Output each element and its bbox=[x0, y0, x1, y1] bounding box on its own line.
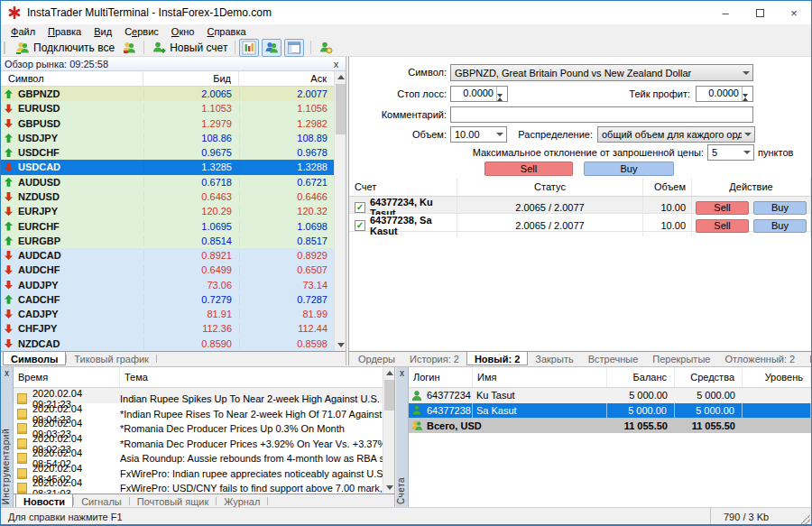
minimize-button[interactable]: – bbox=[708, 1, 743, 24]
orders-tab-4[interactable]: Закрыть bbox=[528, 352, 580, 365]
market-row-EURGBP[interactable]: EURGBP0.85140.8517 bbox=[1, 234, 335, 248]
menu-item-Окно[interactable]: Окно bbox=[165, 26, 201, 37]
column-equity[interactable]: Средства bbox=[675, 367, 743, 387]
toolbox-tab-3[interactable]: Почтовый ящик bbox=[130, 494, 216, 508]
account-settings-button[interactable] bbox=[315, 40, 337, 56]
toolbox-tab-4[interactable]: Журнал bbox=[217, 494, 267, 508]
accounts-close-icon[interactable]: x bbox=[396, 368, 408, 380]
menu-item-Сервис[interactable]: Сервис bbox=[118, 26, 165, 37]
market-row-NZDCAD[interactable]: NZDCAD0.85900.8598 bbox=[1, 337, 335, 351]
sell-button[interactable]: Sell bbox=[484, 161, 573, 176]
row-sell-button[interactable]: Sell bbox=[696, 219, 749, 233]
toolbox-tab-2[interactable]: Сигналы bbox=[74, 494, 129, 508]
stop-loss-spinner[interactable]: 0.0000 bbox=[450, 86, 508, 102]
column-topic[interactable]: Тема bbox=[120, 367, 383, 387]
row-buy-button[interactable]: Buy bbox=[753, 201, 807, 215]
resize-grip[interactable] bbox=[801, 515, 810, 524]
accounts-toggle-button[interactable] bbox=[262, 39, 281, 57]
scroll-down-icon[interactable] bbox=[336, 340, 346, 350]
orders-tab-6[interactable]: Перекрытые bbox=[645, 352, 717, 365]
market-tab-1[interactable]: Символы bbox=[3, 352, 66, 365]
toolbar-grip[interactable] bbox=[4, 42, 8, 54]
market-row-CHFJPY[interactable]: CHFJPY112.36112.44 bbox=[1, 321, 335, 336]
market-row-EURCHF[interactable]: EURCHF1.06951.0698 bbox=[1, 218, 335, 233]
column-account[interactable]: Счет bbox=[349, 178, 457, 196]
news-row[interactable]: 2020.02.04 08:45:02FxWirePro: Indian rup… bbox=[14, 463, 383, 478]
market-scrollbar[interactable] bbox=[334, 71, 346, 351]
market-row-AUDUSD[interactable]: AUDUSD0.67180.6721 bbox=[1, 175, 335, 189]
column-symbol[interactable]: Символ bbox=[1, 71, 143, 86]
market-row-AUDCAD[interactable]: AUDCAD0.89210.8929 bbox=[1, 248, 335, 263]
market-row-USDCHF[interactable]: USDCHF0.96750.9678 bbox=[1, 145, 335, 160]
new-account-button[interactable]: Новый счет bbox=[148, 40, 231, 56]
orders-tab-7[interactable]: Отложенный: 2 bbox=[717, 352, 802, 365]
account-row-64377238[interactable]: 64377238Sa Kasut5 000.005 000.00 bbox=[409, 403, 811, 419]
column-time[interactable]: Время bbox=[14, 367, 120, 387]
account-checkbox[interactable]: ✓ bbox=[355, 202, 365, 213]
market-row-AUDJPY[interactable]: AUDJPY73.0673.14 bbox=[1, 277, 335, 291]
market-row-EURJPY[interactable]: EURJPY120.29120.32 bbox=[1, 204, 335, 218]
news-row[interactable]: 2020.02.04 09:02:23*Romania Dec Producer… bbox=[14, 433, 383, 448]
column-level[interactable]: Уровень bbox=[743, 367, 811, 387]
close-button[interactable]: × bbox=[777, 1, 811, 24]
menu-item-Файл[interactable]: Файл bbox=[5, 26, 42, 37]
news-row[interactable]: 2020.02.04 08:31:03FxWirePro: USD/CNY fa… bbox=[14, 477, 383, 493]
market-row-USDCAD[interactable]: USDCAD1.32851.3288 bbox=[1, 160, 335, 174]
column-status[interactable]: Статус bbox=[457, 178, 643, 196]
column-bid[interactable]: Бид bbox=[143, 71, 239, 86]
market-watch-close-icon[interactable]: x bbox=[330, 59, 342, 69]
news-row[interactable]: 2020.02.04 09:21:23Indian Rupee Spikes U… bbox=[14, 388, 383, 403]
toolbox-close-icon[interactable]: x bbox=[1, 368, 13, 380]
take-profit-spinner[interactable]: 0.0000 bbox=[696, 86, 753, 102]
maximize-button[interactable] bbox=[743, 1, 777, 24]
symbol-select[interactable]: GBPNZD, Great Britain Pound vs New Zeala… bbox=[450, 64, 753, 81]
orders-tab-2[interactable]: История: 2 bbox=[402, 352, 466, 365]
chevron-down-icon[interactable] bbox=[740, 71, 752, 75]
market-row-GBPUSD[interactable]: GBPUSD1.29791.2982 bbox=[1, 116, 335, 131]
chevron-down-icon[interactable] bbox=[741, 151, 753, 154]
scroll-thumb[interactable] bbox=[384, 380, 394, 411]
market-watch-toggle-button[interactable] bbox=[239, 39, 259, 57]
account-checkbox[interactable]: ✓ bbox=[355, 220, 365, 231]
connect-all-button[interactable]: Подключить все bbox=[12, 40, 118, 56]
market-row-CADCHF[interactable]: CADCHF0.72790.7287 bbox=[1, 292, 335, 307]
column-balance[interactable]: Баланс bbox=[607, 367, 675, 387]
menu-item-Правка[interactable]: Правка bbox=[42, 26, 88, 37]
menu-item-Вид[interactable]: Вид bbox=[88, 26, 118, 37]
deviation-select[interactable]: 5 bbox=[707, 144, 754, 161]
column-name[interactable]: Имя bbox=[473, 367, 607, 387]
account-row-64377234[interactable]: 64377234Ku Tasut5 000.005 000.00 bbox=[409, 388, 811, 403]
market-row-USDJPY[interactable]: USDJPY108.86108.89 bbox=[1, 131, 335, 145]
scroll-up-icon[interactable] bbox=[384, 368, 394, 378]
scroll-down-icon[interactable] bbox=[384, 483, 394, 493]
scroll-thumb[interactable] bbox=[336, 84, 346, 134]
disconnect-all-button[interactable] bbox=[118, 40, 140, 56]
news-scrollbar[interactable] bbox=[383, 367, 394, 494]
market-row-GBPNZD[interactable]: GBPNZD2.00652.0077 bbox=[1, 87, 335, 101]
comment-input[interactable] bbox=[450, 106, 753, 123]
news-row[interactable]: 2020.02.04 09:04:23*Indian Rupee Rises T… bbox=[14, 403, 383, 419]
orders-tab-8[interactable]: Изменить bbox=[802, 352, 811, 365]
market-row-NZDUSD[interactable]: NZDUSD0.64630.6466 bbox=[1, 189, 335, 204]
menu-item-Справка[interactable]: Справка bbox=[200, 26, 252, 37]
market-tab-2[interactable]: Тиковый график bbox=[67, 352, 156, 365]
scroll-up-icon[interactable] bbox=[336, 72, 346, 82]
column-ask[interactable]: Аск bbox=[239, 71, 335, 86]
stop-loss-value[interactable]: 0.0000 bbox=[451, 87, 496, 101]
market-row-EURUSD[interactable]: EURUSD1.10531.1056 bbox=[1, 101, 335, 115]
toolbox-tab-1[interactable]: Новости bbox=[15, 494, 73, 508]
take-profit-value[interactable]: 0.0000 bbox=[697, 87, 742, 101]
orders-tab-1[interactable]: Ордеры bbox=[351, 352, 402, 365]
market-row-CADJPY[interactable]: CADJPY81.9181.99 bbox=[1, 307, 335, 321]
buy-button[interactable]: Buy bbox=[584, 161, 674, 176]
column-volume[interactable]: Объем bbox=[643, 178, 692, 196]
chevron-down-icon[interactable] bbox=[742, 133, 754, 136]
row-sell-button[interactable]: Sell bbox=[696, 201, 749, 215]
distribution-select[interactable]: общий объем для каждого ордера bbox=[597, 126, 755, 143]
orders-tab-3[interactable]: Новый: 2 bbox=[466, 352, 528, 365]
news-row[interactable]: 2020.02.04 09:03:23*Romania Dec Producer… bbox=[14, 418, 383, 433]
orders-tab-5[interactable]: Встречные bbox=[581, 352, 646, 365]
layout-toggle-button[interactable] bbox=[284, 39, 304, 57]
news-row[interactable]: 2020.02.04 08:54:02Asia Roundup: Aussie … bbox=[14, 448, 383, 463]
column-login[interactable]: Логин bbox=[409, 367, 473, 387]
